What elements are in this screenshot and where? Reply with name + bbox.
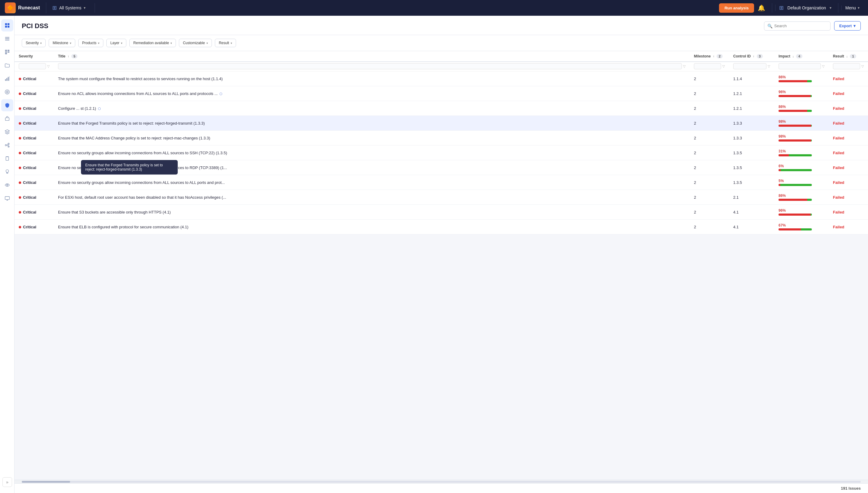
scroll-track[interactable] — [22, 481, 861, 483]
export-button[interactable]: Export ▾ — [834, 21, 861, 30]
title-funnel-icon: ▽ — [683, 64, 685, 68]
title-filter-input[interactable] — [58, 63, 682, 69]
table-row[interactable]: CriticalEnsure no security groups allow … — [15, 175, 868, 190]
control-id-filter-input[interactable] — [733, 63, 767, 69]
table-body: CriticalThe system must configure the fi… — [15, 71, 868, 234]
system-selector[interactable]: ⊞ All Systems ▾ — [46, 4, 92, 11]
table-row[interactable]: CriticalEnsure no ACL allows incoming co… — [15, 86, 868, 101]
sidebar-item-eye[interactable] — [1, 179, 13, 191]
title-text: Ensure that ELB is configured with proto… — [58, 225, 188, 229]
sidebar-item-target[interactable] — [1, 86, 13, 98]
table-row[interactable]: CriticalEnsure that the MAC Address Chan… — [15, 131, 868, 146]
impact-bar-red — [779, 154, 789, 156]
impact-bar-green — [780, 184, 812, 186]
cell-control-id: 1.3.3 — [729, 116, 774, 131]
scroll-thumb[interactable] — [22, 481, 70, 483]
col-title[interactable]: Title ↑ 5 — [54, 51, 690, 62]
sidebar-item-monitor[interactable] — [1, 192, 13, 205]
cell-control-id: 1.2.1 — [729, 86, 774, 101]
table-row[interactable]: CriticalEnsure that the Forged Transmits… — [15, 116, 868, 131]
filter-milestone[interactable]: Milestone ▾ — [49, 39, 75, 47]
search-input[interactable] — [774, 24, 827, 28]
table-row[interactable]: CriticalEnsure no security groups allow … — [15, 160, 868, 175]
col-severity[interactable]: Severity — [15, 51, 54, 62]
svg-rect-15 — [9, 76, 9, 81]
milestone-filter-input[interactable] — [694, 63, 721, 69]
cell-control-id: 4.1 — [729, 205, 774, 220]
col-milestone-count: 2 — [716, 54, 723, 58]
col-result-count: 1 — [850, 54, 856, 58]
filter-result[interactable]: Result ▾ — [215, 39, 236, 47]
col-impact[interactable]: Impact ↓ 4 — [774, 51, 829, 62]
org-selector[interactable]: ⊞ Default Organization ▾ — [775, 4, 835, 11]
nav-divider-1 — [95, 3, 95, 13]
impact-bar — [779, 140, 812, 142]
table-filter-row: ▽ ▽ ▽ — [15, 62, 868, 71]
org-icon: ⊞ — [779, 4, 784, 11]
svg-rect-0 — [5, 23, 7, 25]
svg-rect-11 — [5, 53, 7, 55]
sidebar-item-connections[interactable] — [1, 139, 13, 151]
filter-customizable-caret: ▾ — [206, 41, 208, 45]
scroll-bar-area[interactable] — [15, 480, 868, 483]
cell-control-id: 4.1 — [729, 220, 774, 234]
filter-products[interactable]: Products ▾ — [78, 39, 104, 47]
col-impact-sort-icon: ↓ — [793, 55, 794, 58]
run-analysis-button[interactable]: Run analysis — [719, 3, 754, 13]
severity-filter-input[interactable] — [19, 63, 46, 69]
menu-button[interactable]: Menu ▾ — [841, 5, 863, 10]
table-row[interactable]: CriticalFor ESXi host, default root user… — [15, 190, 868, 205]
expand-sidebar-button[interactable]: » — [2, 477, 12, 487]
external-link-icon[interactable]: ⬡ — [220, 92, 223, 96]
cell-title: Ensure no security groups allow incoming… — [54, 175, 690, 190]
sidebar-item-analytics[interactable] — [1, 72, 13, 85]
filter-severity[interactable]: Severity ▾ — [22, 39, 46, 47]
cell-title: The system must configure the firewall t… — [54, 71, 690, 86]
result-badge: Failed — [833, 106, 844, 111]
cell-milestone: 2 — [690, 71, 729, 86]
impact-bar-red — [779, 125, 811, 127]
cell-title: Ensure that S3 buckets are accessible on… — [54, 205, 690, 220]
page-title: PCI DSS — [22, 22, 48, 30]
col-control-id[interactable]: Control ID ↑ 3 — [729, 51, 774, 62]
result-badge: Failed — [833, 225, 844, 229]
sidebar-item-folder[interactable] — [1, 59, 13, 71]
sidebar-item-layers[interactable] — [1, 126, 13, 138]
sidebar-item-lightbulb[interactable] — [1, 166, 13, 178]
col-result[interactable]: Result ↓ 1 — [829, 51, 868, 62]
notifications-bell-button[interactable]: 🔔 — [758, 4, 765, 12]
svg-rect-8 — [7, 50, 9, 51]
table-row[interactable]: CriticalThe system must configure the fi… — [15, 71, 868, 86]
cell-milestone: 2 — [690, 160, 729, 175]
filter-remediation[interactable]: Remediation available ▾ — [129, 39, 176, 47]
sidebar-item-home[interactable] — [1, 19, 13, 31]
sidebar-item-package[interactable] — [1, 112, 13, 125]
col-milestone[interactable]: Milestone ↑ 2 — [690, 51, 729, 62]
impact-percentage: 96% — [779, 208, 824, 213]
external-link-icon[interactable]: ⬡ — [98, 107, 101, 111]
table-row[interactable]: CriticalEnsure no security groups allow … — [15, 146, 868, 160]
sidebar-item-details[interactable] — [1, 46, 13, 58]
cell-result: Failed — [829, 71, 868, 86]
filter-cell-control-id: ▽ — [729, 62, 774, 71]
cell-result: Failed — [829, 101, 868, 116]
cell-milestone: 2 — [690, 101, 729, 116]
filter-milestone-caret: ▾ — [70, 41, 71, 45]
table-row[interactable]: CriticalEnsure that S3 buckets are acces… — [15, 205, 868, 220]
impact-bar — [779, 199, 812, 201]
table-row[interactable]: CriticalEnsure that ELB is configured wi… — [15, 220, 868, 234]
cell-control-id: 1.1.4 — [729, 71, 774, 86]
cell-severity: Critical — [15, 116, 54, 131]
table-area[interactable]: Severity Title ↑ 5 Milestone ↑ 2 Control… — [15, 51, 868, 480]
filter-layer[interactable]: Layer ▾ — [106, 39, 126, 47]
sidebar-item-clipboard[interactable] — [1, 152, 13, 165]
table-row[interactable]: CriticalConfigure ... st (1.2.1)⬡21.2.1 … — [15, 101, 868, 116]
filter-cell-severity: ▽ — [15, 62, 54, 71]
search-box[interactable]: 🔍 — [764, 21, 830, 30]
filter-customizable[interactable]: Customizable ▾ — [179, 39, 212, 47]
sidebar-item-list[interactable] — [1, 33, 13, 45]
sidebar-item-shield[interactable] — [1, 99, 13, 111]
impact-filter-input[interactable] — [779, 63, 821, 69]
severity-dot — [19, 152, 21, 154]
result-filter-input[interactable] — [833, 63, 860, 69]
